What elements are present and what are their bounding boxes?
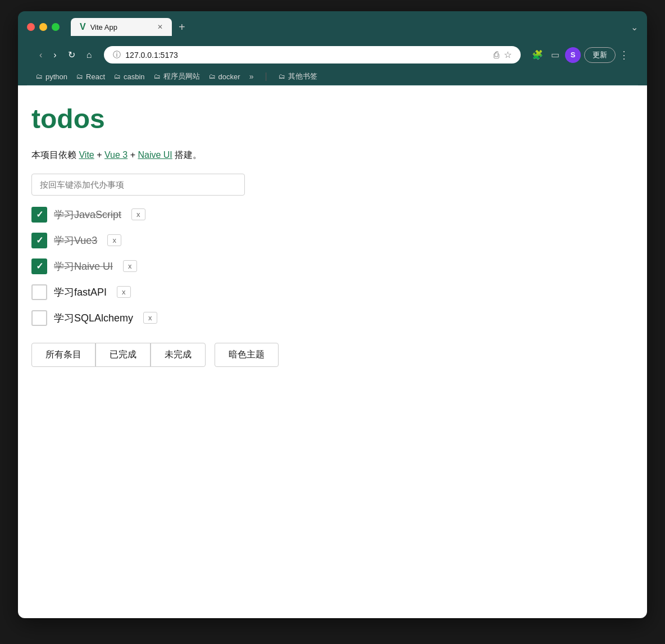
list-item: 学习SQLAlchemy x xyxy=(31,310,634,326)
filter-bar: 所有条目 已完成 未完成 暗色主题 xyxy=(31,343,634,367)
bookmarks-more-button[interactable]: » xyxy=(249,72,254,81)
tab-area: V Vite App ✕ + ⌄ xyxy=(71,18,638,36)
filter-undone-button[interactable]: 未完成 xyxy=(151,343,206,367)
forward-button[interactable]: › xyxy=(50,48,60,62)
profile-avatar[interactable]: S xyxy=(565,47,581,63)
list-item: 学习Vue3 x xyxy=(31,233,634,248)
title-bar-top: V Vite App ✕ + ⌄ xyxy=(27,18,638,36)
address-bar[interactable]: ⓘ 127.0.0.1:5173 ⎙ ☆ xyxy=(104,46,521,64)
minimize-window-button[interactable] xyxy=(39,23,47,31)
title-bar: V Vite App ✕ + ⌄ ‹ › ↻ ⌂ ⓘ 127.0.0.1:517… xyxy=(18,11,647,85)
todo-list: 学习JavaScript x 学习Vue3 x 学习Naive UI x 学习f… xyxy=(31,207,634,326)
bookmark-coder-site[interactable]: 🗂 程序员网站 xyxy=(154,71,200,81)
browser-window: V Vite App ✕ + ⌄ ‹ › ↻ ⌂ ⓘ 127.0.0.1:517… xyxy=(18,11,647,618)
new-tab-button[interactable]: + xyxy=(174,19,190,36)
bookmark-react[interactable]: 🗂 React xyxy=(76,72,105,81)
bookmark-python[interactable]: 🗂 python xyxy=(36,72,67,81)
info-icon: ⓘ xyxy=(113,50,121,60)
folder-icon: 🗂 xyxy=(36,72,43,80)
tab-title: Vite App xyxy=(90,23,153,31)
todo-input[interactable] xyxy=(31,174,245,196)
page-content: todos 本项目依赖 Vite + Vue 3 + Naive UI 搭建。 … xyxy=(18,85,647,618)
todo-label-5: 学习SQLAlchemy xyxy=(54,311,133,325)
todo-label-1: 学习JavaScript xyxy=(54,208,121,221)
maximize-window-button[interactable] xyxy=(52,23,60,31)
tab-menu-button[interactable]: ⌄ xyxy=(631,22,638,33)
reload-button[interactable]: ↻ xyxy=(65,47,79,62)
todo-label-2: 学习Vue3 xyxy=(54,234,97,247)
bookmarks-separator: | xyxy=(265,71,267,81)
folder-icon: 🗂 xyxy=(114,72,121,80)
address-text: 127.0.0.1:5173 xyxy=(125,51,489,60)
bookmark-label: React xyxy=(86,72,105,81)
todo-delete-5[interactable]: x xyxy=(143,312,157,324)
todo-delete-4[interactable]: x xyxy=(117,286,131,298)
active-tab[interactable]: V Vite App ✕ xyxy=(71,18,172,36)
subtitle-pre: 本项目依赖 xyxy=(31,150,79,160)
folder-icon: 🗂 xyxy=(209,72,216,80)
close-window-button[interactable] xyxy=(27,23,35,31)
traffic-lights xyxy=(27,23,60,31)
bookmark-label: casbin xyxy=(124,72,145,81)
vite-link[interactable]: Vite xyxy=(79,150,94,160)
todo-checkbox-1[interactable] xyxy=(31,207,47,223)
folder-icon: 🗂 xyxy=(76,72,83,80)
todo-checkbox-2[interactable] xyxy=(31,233,47,248)
todo-delete-3[interactable]: x xyxy=(123,260,137,272)
todo-label-4: 学习fastAPI xyxy=(54,285,107,299)
vue3-link[interactable]: Vue 3 xyxy=(104,150,127,160)
tab-close-button[interactable]: ✕ xyxy=(157,23,163,31)
list-item: 学习JavaScript x xyxy=(31,207,634,223)
filter-all-button[interactable]: 所有条目 xyxy=(31,343,95,367)
address-actions: ⎙ ☆ xyxy=(494,49,512,60)
subtitle-mid2: + xyxy=(127,150,138,160)
todo-checkbox-5[interactable] xyxy=(31,310,47,326)
list-item: 学习Naive UI x xyxy=(31,258,634,274)
bookmark-label: docker xyxy=(218,72,240,81)
subtitle-mid1: + xyxy=(94,150,104,160)
toggle-dark-theme-button[interactable]: 暗色主题 xyxy=(215,343,279,367)
share-button[interactable]: ⎙ xyxy=(494,50,499,60)
more-options-button[interactable]: ⋮ xyxy=(619,49,629,61)
naiveui-link[interactable]: Naive UI xyxy=(138,150,172,160)
bookmark-label: python xyxy=(45,72,67,81)
bookmark-button[interactable]: ☆ xyxy=(504,49,512,60)
sidebar-button[interactable]: ▭ xyxy=(549,47,562,62)
list-item: 学习fastAPI x xyxy=(31,284,634,300)
todo-label-3: 学习Naive UI xyxy=(54,260,113,273)
other-bookmarks[interactable]: 🗂 其他书签 xyxy=(279,71,317,81)
bookmark-casbin[interactable]: 🗂 casbin xyxy=(114,72,145,81)
page-title: todos xyxy=(31,103,634,134)
vite-icon: V xyxy=(80,22,86,32)
back-button[interactable]: ‹ xyxy=(36,48,45,62)
folder-icon: 🗂 xyxy=(154,72,161,80)
home-button[interactable]: ⌂ xyxy=(83,48,95,62)
todo-delete-2[interactable]: x xyxy=(107,234,121,246)
bookmark-docker[interactable]: 🗂 docker xyxy=(209,72,240,81)
todo-checkbox-4[interactable] xyxy=(31,284,47,300)
bookmark-label: 其他书签 xyxy=(288,71,317,81)
todo-checkbox-3[interactable] xyxy=(31,258,47,274)
subtitle: 本项目依赖 Vite + Vue 3 + Naive UI 搭建。 xyxy=(31,148,634,162)
filter-done-button[interactable]: 已完成 xyxy=(95,343,151,367)
folder-icon: 🗂 xyxy=(279,72,285,80)
todo-delete-1[interactable]: x xyxy=(131,208,145,220)
nav-bar: ‹ › ↻ ⌂ ⓘ 127.0.0.1:5173 ⎙ ☆ 🧩 ▭ S 更新 ⋮ xyxy=(27,42,638,68)
subtitle-post: 搭建。 xyxy=(172,150,202,160)
extensions-button[interactable]: 🧩 xyxy=(530,47,545,62)
bookmark-label: 程序员网站 xyxy=(163,71,200,81)
update-button[interactable]: 更新 xyxy=(584,47,616,63)
bookmarks-bar: 🗂 python 🗂 React 🗂 casbin 🗂 程序员网站 🗂 dock… xyxy=(27,68,638,85)
nav-actions: 🧩 ▭ S 更新 ⋮ xyxy=(530,47,629,63)
